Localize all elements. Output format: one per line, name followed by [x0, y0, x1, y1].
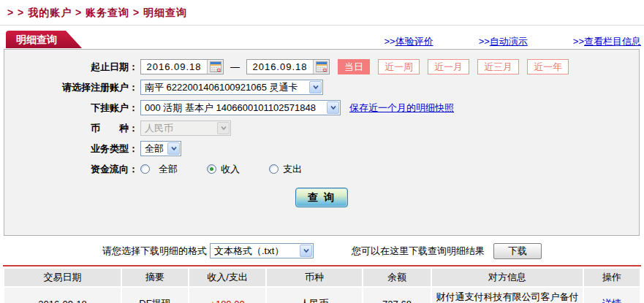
download-hint: 您可以在这里下载查询明细结果: [352, 245, 485, 258]
date-range-dash: —: [230, 61, 240, 72]
calendar-icon: [316, 61, 327, 72]
sub-account-label: 下挂账户：: [4, 101, 140, 115]
date-range-label: 起止日期：: [4, 61, 140, 74]
cell-trade-date: 2016-09-18: [4, 287, 121, 303]
quick-range-month-button[interactable]: 近一月: [428, 59, 469, 74]
register-account-select[interactable]: 南平 6222001406100921065 灵通卡: [140, 80, 323, 95]
results-table: 交易日期 摘要 收入/支出 币种 余额 对方信息 操作 2016-09-18 D…: [4, 269, 640, 303]
business-type-select[interactable]: 全部: [140, 141, 181, 156]
save-snapshot-link[interactable]: 保存近一个月的明细快照: [349, 101, 454, 115]
header-trade-date: 交易日期: [4, 269, 121, 287]
query-form-panel: 起止日期： —: [4, 49, 640, 236]
link-auto-demo[interactable]: >>自动演示: [479, 35, 528, 48]
date-range-row: 起止日期： —: [4, 59, 639, 74]
link-column-info[interactable]: >>查看栏目信息: [573, 35, 641, 48]
business-type-row: 业务类型： 全部: [4, 141, 639, 156]
tab-row: 明细查询 >>体验评价 >>自动演示 >>查看栏目信息: [0, 31, 644, 48]
download-button[interactable]: 下载: [493, 243, 542, 259]
quick-range-year-button[interactable]: 近一年: [527, 59, 569, 74]
cell-currency: 人民币: [266, 287, 363, 303]
header-counterparty: 对方信息: [431, 269, 583, 287]
cell-summary: DF提现: [121, 287, 189, 303]
chevron-down-icon: [309, 81, 322, 93]
table-top-divider: [3, 265, 641, 266]
table-header-row: 交易日期 摘要 收入/支出 币种 余额 对方信息 操作: [4, 269, 640, 287]
query-button-row: 查 询: [4, 188, 639, 207]
tab-detail-query[interactable]: 明细查询: [6, 31, 82, 48]
query-button[interactable]: 查 询: [295, 188, 348, 207]
chevron-down-icon: [327, 101, 339, 114]
download-row: 请您选择下载明细的格式 文本格式（.txt） 您可以在这里下载查询明细结果 下载: [0, 242, 644, 259]
date-from-box: [140, 59, 224, 74]
link-experience-review[interactable]: >>体验评价: [384, 35, 433, 48]
flow-option-label: 支出: [283, 163, 302, 176]
flow-radio-all[interactable]: 全部: [140, 163, 178, 176]
header-action: 操作: [583, 269, 640, 287]
quick-range-3months-button[interactable]: 近三月: [477, 59, 519, 74]
cell-counterparty: 财付通支付科技有限公司客户备付金: [431, 287, 583, 303]
currency-row: 币 种： 人民币: [4, 120, 639, 136]
sub-account-select[interactable]: 000 活期 基本户 1406600101102571848: [140, 100, 341, 115]
download-format-value: 文本格式（.txt）: [211, 245, 287, 258]
link-label: 查看栏目信息: [584, 36, 641, 47]
radio-icon: [140, 164, 150, 174]
breadcrumb[interactable]: > > 我的账户 > 账务查询 > 明细查询: [0, 0, 644, 20]
header-balance: 余额: [363, 269, 431, 287]
date-to-calendar-button[interactable]: [313, 60, 329, 74]
currency-label: 币 种：: [4, 122, 140, 135]
quick-range-today-button[interactable]: 当日: [338, 59, 370, 74]
date-to-input[interactable]: [247, 61, 313, 73]
header-currency: 币种: [266, 269, 363, 287]
date-from-input[interactable]: [141, 61, 207, 73]
cell-action: 详情: [583, 287, 640, 303]
detail-query-page: > > 我的账户 > 账务查询 > 明细查询 明细查询 >>体验评价 >>自动演…: [0, 0, 644, 303]
link-label: 体验评价: [395, 36, 433, 47]
register-account-value: 南平 6222001406100921065 灵通卡: [141, 81, 302, 94]
top-links: >>体验评价 >>自动演示 >>查看栏目信息: [338, 35, 644, 48]
date-to-box: [246, 59, 330, 74]
currency-value: 人民币: [141, 122, 177, 135]
chevron-down-icon: [167, 142, 180, 155]
register-account-label: 请选择注册账户：: [4, 81, 140, 94]
quick-range-week-button[interactable]: 近一周: [378, 59, 420, 74]
header-income-expense: 收入/支出: [189, 269, 266, 287]
register-account-row: 请选择注册账户： 南平 6222001406100921065 灵通卡: [4, 80, 639, 95]
fund-flow-label: 资金流向：: [4, 163, 140, 176]
link-prefix: >>: [479, 36, 490, 47]
business-type-label: 业务类型：: [4, 142, 140, 156]
flow-radio-expense[interactable]: 支出: [269, 163, 302, 176]
radio-icon: [269, 164, 279, 174]
detail-link[interactable]: 详情: [602, 298, 621, 303]
breadcrumb-divider: [0, 25, 644, 26]
link-prefix: >>: [384, 36, 395, 47]
radio-checked-icon: [207, 164, 216, 174]
download-format-select[interactable]: 文本格式（.txt）: [210, 243, 314, 258]
header-summary: 摘要: [121, 269, 189, 287]
flow-radio-income[interactable]: 收入: [207, 163, 240, 176]
sub-account-row: 下挂账户： 000 活期 基本户 1406600101102571848 保存近…: [4, 100, 639, 115]
calendar-icon: [210, 61, 221, 72]
currency-select: 人民币: [140, 120, 231, 136]
sub-account-value: 000 活期 基本户 1406600101102571848: [141, 101, 319, 115]
link-prefix: >>: [573, 36, 584, 47]
flow-option-label: 收入: [221, 163, 240, 176]
cell-balance: 727.68: [363, 287, 431, 303]
table-row: 2016-09-18 DF提现 +180.00 人民币 727.68 财付通支付…: [4, 287, 640, 303]
date-from-calendar-button[interactable]: [207, 60, 223, 74]
flow-option-label: 全部: [159, 163, 178, 176]
chevron-down-icon: [300, 245, 312, 257]
download-format-label: 请您选择下载明细的格式: [102, 245, 207, 258]
link-label: 自动演示: [490, 36, 528, 47]
cell-amount: +180.00: [189, 287, 266, 303]
fund-flow-row: 资金流向： 全部 收入 支出: [4, 161, 639, 177]
chevron-down-icon: [217, 122, 230, 134]
business-type-value: 全部: [141, 142, 167, 156]
